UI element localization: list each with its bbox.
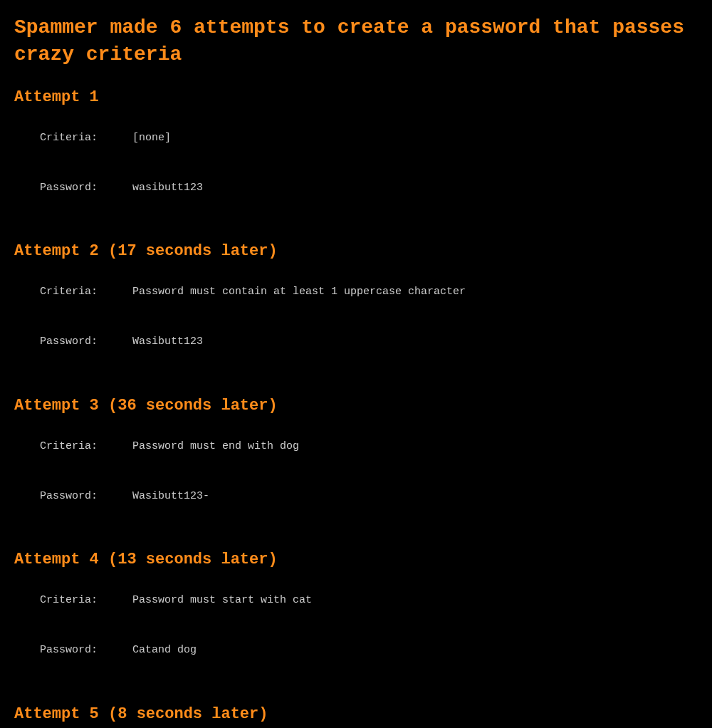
criteria-row: Criteria:Password must contain at least … <box>14 267 698 317</box>
page-title: Spammer made 6 attempts to create a pass… <box>14 14 698 68</box>
password-row: Password:Catand dog <box>14 625 698 675</box>
criteria-label: Criteria: <box>40 592 132 608</box>
attempt-heading: Attempt 4 (13 seconds later) <box>14 551 698 568</box>
criteria-value: Password must contain at least 1 upperca… <box>132 284 466 300</box>
password-value: Catand dog <box>132 642 197 658</box>
attempt-heading: Attempt 2 (17 seconds later) <box>14 242 698 260</box>
criteria-row: Criteria:Password must end with dog <box>14 422 698 472</box>
attempt-block: Attempt 1 Criteria:[none] Password:wasib… <box>14 88 698 213</box>
password-row: Password:Wasibutt123 <box>14 317 698 367</box>
password-label: Password: <box>40 488 132 504</box>
attempt-block: Attempt 5 (8 seconds later) Criteria:Pas… <box>14 705 698 728</box>
criteria-label: Criteria: <box>40 130 132 146</box>
password-value: wasibutt123 <box>132 180 203 196</box>
attempt-heading: Attempt 3 (36 seconds later) <box>14 397 698 415</box>
attempt-block: Attempt 3 (36 seconds later) Criteria:Pa… <box>14 397 698 521</box>
criteria-value: [none] <box>132 130 171 146</box>
criteria-row: Criteria:Password must start with cat <box>14 576 698 625</box>
attempt-block: Attempt 4 (13 seconds later) Criteria:Pa… <box>14 551 698 675</box>
attempt-heading: Attempt 5 (8 seconds later) <box>14 705 698 723</box>
criteria-label: Criteria: <box>40 438 132 454</box>
password-row: Password:wasibutt123 <box>14 162 698 212</box>
password-row: Password:Wasibutt123- <box>14 471 698 521</box>
password-label: Password: <box>40 642 132 658</box>
password-label: Password: <box>40 180 132 196</box>
password-value: Wasibutt123- <box>132 488 209 504</box>
attempt-block: Attempt 2 (17 seconds later) Criteria:Pa… <box>14 242 698 367</box>
criteria-value: Password must end with dog <box>132 438 299 454</box>
password-value: Wasibutt123 <box>132 333 203 350</box>
criteria-value: Password must start with cat <box>132 592 312 608</box>
password-label: Password: <box>40 333 132 350</box>
attempt-heading: Attempt 1 <box>14 88 698 106</box>
criteria-row: Criteria:[none] <box>14 113 698 163</box>
criteria-label: Criteria: <box>40 284 132 300</box>
